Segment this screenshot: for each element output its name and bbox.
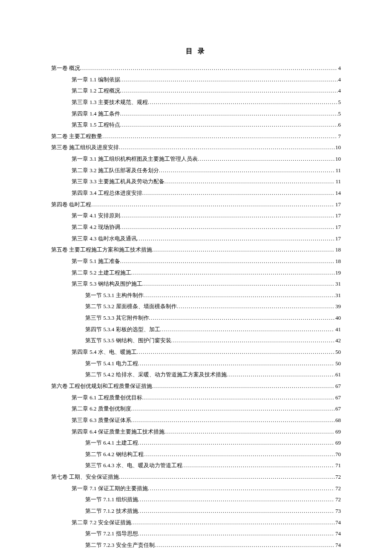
toc-leader-dots xyxy=(120,210,334,222)
toc-leader-dots xyxy=(131,415,334,426)
toc-entry: 第二节 7.2.3 安全生产责任制74 xyxy=(51,540,341,551)
toc-leader-dots xyxy=(131,517,334,529)
toc-leader-dots xyxy=(164,426,334,438)
toc-entry-page: 17 xyxy=(334,210,341,222)
toc-entry-page: 6 xyxy=(337,119,341,131)
toc-entry: 第一章 5.1 施工准备 18 xyxy=(51,256,341,267)
toc-entry-label: 第二节 7.1.2 技术措施 xyxy=(85,506,138,517)
toc-entry-label: 第二节 6.4.2 钢结构工程 xyxy=(85,449,144,460)
toc-entry: 第二章 3.2 施工队伍部署及任务划分11 xyxy=(51,165,341,176)
toc-entry-page: 31 xyxy=(334,290,341,301)
toc-leader-dots xyxy=(137,347,334,358)
toc-entry-page: 18 xyxy=(334,256,341,267)
toc-leader-dots xyxy=(155,540,335,551)
toc-entry-page: 7 xyxy=(337,131,341,142)
toc-entry-page: 10 xyxy=(334,142,341,153)
toc-entry-label: 第一章 5.1 施工准备 xyxy=(72,256,120,267)
toc-entry: 第一节 5.4.1 电力工程 50 xyxy=(51,358,341,370)
toc-entry: 第一卷 概况4 xyxy=(51,63,341,74)
toc-entry: 第一章 6.1 工程质量创优目标 67 xyxy=(51,392,341,404)
toc-leader-dots xyxy=(227,369,335,381)
toc-entry: 第一节 5.3.1 主构件制作 31 xyxy=(51,290,341,301)
toc-entry-label: 第一节 7.2.1 指导思想 xyxy=(85,528,138,540)
toc-entry: 第二卷 主要工程数量7 xyxy=(51,131,341,142)
toc-entry-page: 74 xyxy=(334,517,341,529)
toc-leader-dots xyxy=(119,142,334,153)
toc-leader-dots xyxy=(148,97,337,108)
toc-entry-label: 第一卷 概况 xyxy=(51,63,80,74)
toc-entry: 第四章 1.4 施工条件5 xyxy=(51,108,341,120)
toc-entry-label: 第三章 4.3 临时水电及通讯 xyxy=(72,233,137,245)
toc-entry-page: 17 xyxy=(334,222,341,233)
toc-entry-page: 50 xyxy=(334,347,341,358)
toc-leader-dots xyxy=(120,256,334,267)
toc-entry-label: 第二章 1.2 工程概况 xyxy=(72,85,120,97)
toc-entry-label: 第二节 7.2.3 安全生产责任制 xyxy=(85,540,155,551)
toc-leader-dots xyxy=(80,63,337,74)
toc-entry-label: 第一章 1.1 编制依据 xyxy=(72,74,120,86)
toc-leader-dots xyxy=(119,471,334,483)
toc-entry: 第一章 1.1 编制依据4 xyxy=(51,74,341,86)
toc-entry-label: 第一节 6.4.1 土建工程 xyxy=(85,437,138,449)
toc-entry-page: 10 xyxy=(334,153,341,165)
toc-leader-dots xyxy=(102,131,337,142)
toc-entry-page: 5 xyxy=(337,108,341,120)
toc-leader-dots xyxy=(198,153,334,165)
toc-leader-dots xyxy=(148,483,334,494)
toc-entry-label: 第三章 5.3 钢结构及围护施工 xyxy=(72,278,142,290)
toc-entry: 第一章 3.1 施工组织机构框图及主要施工管理人员表10 xyxy=(51,153,341,165)
toc-leader-dots xyxy=(142,392,334,404)
toc-leader-dots xyxy=(144,290,335,301)
toc-entry-page: 17 xyxy=(334,199,341,211)
toc-entry-page: 74 xyxy=(334,528,341,540)
toc-entry: 第二节 7.1.2 技术措施73 xyxy=(51,506,341,517)
toc-entry-page: 42 xyxy=(334,335,341,347)
toc-leader-dots xyxy=(120,119,337,131)
toc-entry-label: 第二章 6.2 质量创优制度 xyxy=(72,403,131,415)
toc-entry-page: 71 xyxy=(334,460,341,471)
toc-entry-label: 第四章 6.4 保证质量主要施工技术措施 xyxy=(72,426,164,438)
toc-entry-label: 第二节 5.3.2 屋面檩条、墙面檩条制作 xyxy=(85,301,177,312)
toc-entry-label: 第三章 6.3 质量保证体系 xyxy=(72,415,131,426)
toc-entry-page: 67 xyxy=(334,403,341,415)
toc-entry: 第四节 5.3.4 彩板的选型、加工 41 xyxy=(51,324,341,335)
toc-entry: 第四卷 临时工程17 xyxy=(51,199,341,211)
toc-entry-label: 第三节 5.3.3 其它附件制作 xyxy=(85,312,149,324)
toc-leader-dots xyxy=(152,244,334,256)
toc-entry-page: 39 xyxy=(334,301,341,312)
toc-entry: 第二章 1.2 工程概况4 xyxy=(51,85,341,97)
toc-entry: 第三章 5.3 钢结构及围护施工31 xyxy=(51,278,341,290)
toc-entry: 第三章 4.3 临时水电及通讯17 xyxy=(51,233,341,245)
toc-leader-dots xyxy=(182,460,335,471)
toc-entry-label: 第四节 5.3.4 彩板的选型、加工 xyxy=(85,324,160,335)
toc-entry-page: 4 xyxy=(337,85,341,97)
toc-entry-label: 第二章 7.2 安全保证措施 xyxy=(72,517,131,529)
toc-entry: 第四章 6.4 保证质量主要施工技术措施 69 xyxy=(51,426,341,438)
toc-entry: 第二章 6.2 质量创优制度 67 xyxy=(51,403,341,415)
toc-leader-dots xyxy=(159,165,335,176)
toc-entry-page: 72 xyxy=(334,483,341,494)
toc-leader-dots xyxy=(138,506,335,517)
toc-entry-page: 17 xyxy=(334,233,341,245)
toc-entry: 第二节 5.4.2 给排水、采暖、动力管道施工方案及技术措施 61 xyxy=(51,369,341,381)
toc-entry: 第一节 7.1.1 组织措施72 xyxy=(51,494,341,506)
toc-entry-page: 67 xyxy=(334,392,341,404)
toc-entry-label: 第七卷 工期、安全保证措施 xyxy=(51,471,119,483)
toc-entry-label: 第二章 3.2 施工队伍部署及任务划分 xyxy=(72,165,159,176)
toc-entry-page: 50 xyxy=(334,358,341,370)
toc-leader-dots xyxy=(142,188,334,199)
toc-entry-page: 4 xyxy=(337,63,341,74)
toc-entry-page: 31 xyxy=(334,278,341,290)
toc-entry-page: 11 xyxy=(334,176,341,188)
toc-leader-dots xyxy=(160,324,335,335)
toc-leader-dots xyxy=(138,358,335,370)
toc-entry-label: 第五章 1.5 工程特点 xyxy=(72,119,120,131)
toc-leader-dots xyxy=(131,403,334,415)
toc-entry-page: 19 xyxy=(334,267,341,279)
toc-entry-label: 第四章 3.4 工程总体进度安排 xyxy=(72,188,142,199)
toc-entry-page: 18 xyxy=(334,244,341,256)
toc-entry-page: 68 xyxy=(334,415,341,426)
toc-entry: 第三章 3.3 主要施工机具及劳动力配备11 xyxy=(51,176,341,188)
toc-entry-label: 第四卷 临时工程 xyxy=(51,199,91,211)
toc-entry-label: 第一节 7.1.1 组织措施 xyxy=(85,494,138,506)
